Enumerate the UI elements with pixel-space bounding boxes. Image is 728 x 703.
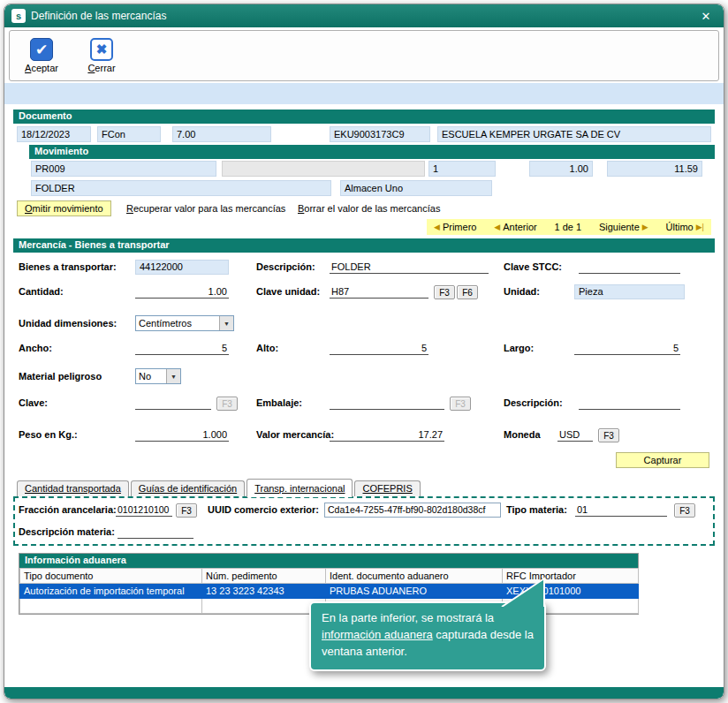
tab-guias-identificacion[interactable]: Guías de identificación — [131, 480, 245, 496]
largo-label: Largo: — [504, 343, 534, 353]
clave-unidad-input[interactable] — [330, 284, 428, 299]
omitir-movimiento-button[interactable]: Omitir movimiento — [17, 200, 111, 216]
movimiento-header: Movimiento — [29, 145, 715, 159]
tipo-materia-label: Tipo materia: — [506, 504, 567, 515]
col-tipo-documento: Tipo documento — [20, 569, 202, 584]
info-band — [4, 83, 724, 104]
unidad-dimensiones-label: Unidad dimensiones: — [19, 318, 117, 329]
uuid-comercio-label: UUID comercio exterior: — [208, 504, 319, 515]
moneda-label: Moneda — [504, 429, 541, 440]
folio-field: 7.00 — [172, 126, 271, 142]
unidad-dimensiones-select[interactable]: Centímetros ▼ — [135, 315, 234, 331]
peso-input[interactable] — [135, 427, 229, 442]
clave-unidad-f6-button[interactable]: F6 — [457, 285, 478, 299]
recuperar-valor-button[interactable]: Recuperar valor para las mercancías — [126, 203, 285, 214]
fecha-field: 18/12/2023 — [17, 126, 91, 142]
aceptar-button[interactable]: ✔ Aceptar — [19, 38, 64, 73]
concepto-field: FCon — [97, 126, 161, 142]
cerrar-button[interactable]: ✖ Cerrar — [79, 38, 125, 73]
mercancia-header: Mercancía - Bienes a transportar — [13, 238, 715, 253]
informacion-aduanera-header: Información aduanera — [19, 554, 638, 568]
tab-cantidad-transportada[interactable]: Cantidad transportada — [17, 480, 129, 496]
almacen-field: Almacen Uno — [340, 180, 492, 196]
documento-fields: 18/12/2023 FCon 7.00 EKU9003173C9 ESCUEL… — [13, 124, 715, 145]
embalaje-input[interactable] — [330, 396, 444, 410]
clave-unidad-f3-button[interactable]: F3 — [434, 285, 455, 299]
descripcion-mov-field: FOLDER — [31, 180, 331, 196]
nav-bar: ◀ Primero ◀ Anterior 1 de 1 Siguiente ▶ … — [427, 219, 711, 235]
valor-mercancia-input[interactable] — [330, 427, 444, 442]
nav-siguiente-button[interactable]: Siguiente ▶ — [599, 222, 648, 232]
tab-transp-internacional[interactable]: Transp. internacional — [246, 479, 353, 497]
clave-stcc-input[interactable] — [579, 260, 680, 274]
transp-internacional-panel: Fracción arancelaria: F3 UUID comercio e… — [13, 496, 715, 546]
capturar-button[interactable]: Capturar — [616, 452, 709, 468]
aceptar-label: Aceptar — [25, 63, 58, 73]
last-record-icon: ▶| — [696, 223, 704, 231]
col-ident-documento: Ident. documento aduanero — [326, 569, 503, 584]
documento-header: Documento — [13, 110, 715, 124]
col-num-pedimento: Núm. pedimento — [202, 569, 326, 584]
nav-primero-button[interactable]: ◀ Primero — [434, 222, 476, 232]
nav-siguiente-label: Siguiente — [599, 222, 640, 232]
record-navigation: ◀ Primero ◀ Anterior 1 de 1 Siguiente ▶ … — [4, 219, 724, 235]
unidad-label: Unidad: — [504, 286, 540, 297]
info-callout: En la parte inferior, se mostrará la inf… — [309, 601, 546, 671]
next-record-icon: ▶ — [642, 223, 648, 231]
bienes-label: Bienes a transportar: — [19, 261, 117, 272]
descripcion2-label: Descripción: — [504, 397, 563, 408]
x-icon: ✖ — [90, 38, 113, 61]
nav-anterior-label: Anterior — [503, 222, 537, 232]
chevron-down-icon: ▼ — [166, 369, 180, 383]
nav-anterior-button[interactable]: ◀ Anterior — [494, 222, 536, 232]
descripcion2-input[interactable] — [579, 396, 680, 410]
alto-label: Alto: — [256, 343, 278, 353]
importe-field: 11.59 — [607, 161, 702, 177]
borrar-valor-button[interactable]: Borrar el valor de las mercancías — [298, 203, 440, 214]
tab-cofepris[interactable]: COFEPRIS — [354, 480, 420, 496]
descripcion-input[interactable] — [330, 260, 489, 274]
peso-label: Peso en Kg.: — [19, 429, 78, 440]
bienes-field: 44122000 — [135, 260, 229, 275]
cantidad-mov-field: 1 — [428, 161, 496, 177]
fraccion-arancelaria-input[interactable] — [116, 503, 172, 517]
embalaje-f3-button: F3 — [450, 397, 471, 411]
movimiento-section: Movimiento PR009 1 1.00 11.59 FOLDER Alm… — [29, 145, 715, 200]
uuid-comercio-field[interactable]: Cda1e4-7255-47ff-bf90-802d180d38cf — [324, 503, 501, 518]
clave-input[interactable] — [135, 396, 211, 410]
window-title: Definición de las mercancías — [31, 10, 166, 22]
window-close-button[interactable]: ✕ — [695, 10, 717, 23]
clave-f3-button: F3 — [216, 397, 238, 411]
campo-vacio-field — [222, 161, 425, 177]
ancho-label: Ancho: — [19, 343, 52, 353]
clave-stcc-label: Clave STCC: — [504, 261, 562, 272]
fraccion-f3-button[interactable]: F3 — [176, 503, 197, 518]
nav-ultimo-button[interactable]: Último ▶| — [666, 222, 704, 232]
descripcion-label: Descripción: — [256, 261, 315, 272]
alto-input[interactable] — [330, 341, 428, 355]
material-peligroso-select[interactable]: No ▼ — [135, 368, 181, 384]
moneda-f3-button[interactable]: F3 — [598, 428, 619, 442]
definicion-mercancias-window: s Definición de las mercancías ✕ ✔ Acept… — [4, 4, 724, 699]
cantidad-input[interactable] — [135, 284, 229, 299]
nav-primero-label: Primero — [443, 222, 477, 232]
documento-section: Documento 18/12/2023 FCon 7.00 EKU900317… — [13, 110, 715, 145]
valor-mercancia-label: Valor mercancía: — [256, 429, 334, 440]
material-peligroso-label: Material peligroso — [19, 371, 102, 382]
window-bottom-frame — [4, 687, 724, 699]
tipo-materia-input[interactable] — [575, 503, 667, 517]
tipo-materia-f3-button[interactable]: F3 — [674, 503, 695, 518]
cantidad-label: Cantidad: — [19, 286, 64, 297]
unidad-dimensiones-value: Centímetros — [136, 318, 219, 329]
moneda-input[interactable] — [557, 427, 593, 442]
material-peligroso-value: No — [136, 371, 166, 382]
producto-field: PR009 — [31, 161, 216, 177]
precio-field: 1.00 — [529, 161, 593, 177]
fraccion-arancelaria-label: Fracción arancelaria: — [19, 504, 117, 515]
cliente-field: ESCUELA KEMPER URGATE SA DE CV — [437, 126, 711, 142]
first-record-icon: ◀ — [434, 223, 440, 231]
ancho-input[interactable] — [135, 341, 229, 355]
cell-ident-documento: PRUBAS ADUANERO — [326, 584, 503, 599]
descripcion-materia-input[interactable] — [118, 525, 193, 539]
largo-input[interactable] — [574, 341, 680, 355]
